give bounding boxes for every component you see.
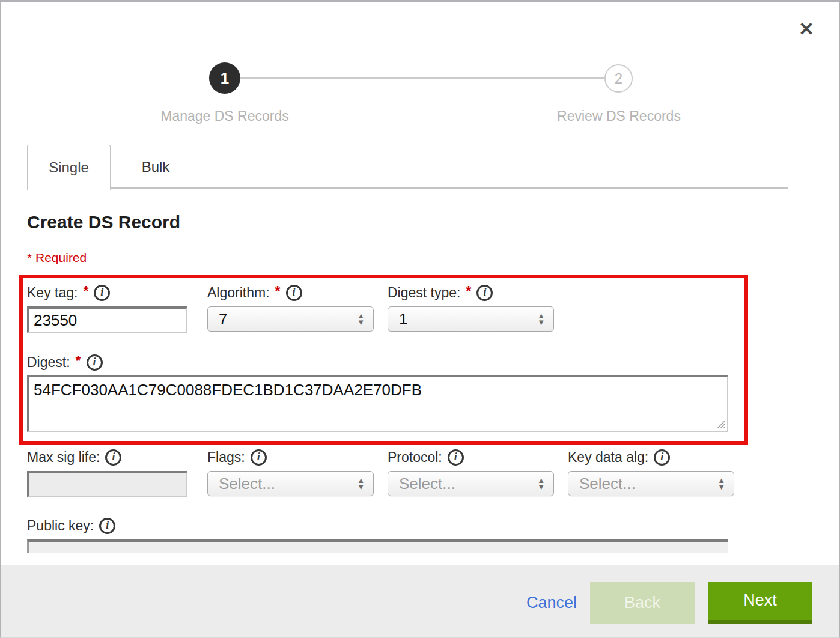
algorithm-label: Algorithm: * i [207, 283, 302, 302]
digest-type-label-text: Digest type: [388, 285, 460, 301]
key-tag-label-text: Key tag: [27, 285, 78, 301]
digest-label-text: Digest: [27, 354, 70, 371]
public-key-label-text: Public key: [27, 518, 94, 534]
algorithm-select[interactable]: 7 ▲▼ [207, 306, 374, 332]
select-stepper-icon: ▲▼ [357, 313, 365, 326]
select-stepper-icon: ▲▼ [537, 313, 545, 326]
tab-bar: Single Bulk [27, 145, 788, 189]
back-button[interactable]: Back [590, 582, 695, 624]
required-asterisk: * [466, 284, 471, 300]
digest-type-select[interactable]: 1 ▲▼ [388, 306, 554, 332]
info-icon[interactable]: i [105, 449, 121, 466]
protocol-label-text: Protocol: [388, 449, 442, 466]
tab-single[interactable]: Single [27, 145, 111, 190]
max-sig-life-input[interactable] [27, 471, 187, 497]
select-stepper-icon: ▲▼ [717, 478, 725, 490]
digest-textarea[interactable]: 54FCF030AA1C79C0088FDEC1BD1C37DAA2E70DFB [27, 375, 728, 432]
step-1-label: Manage DS Records [141, 108, 309, 124]
step-2-circle: 2 [604, 64, 633, 93]
public-key-label: Public key: i [27, 516, 115, 535]
page-title: Create DS Record [27, 212, 180, 232]
digest-type-label: Digest type: * i [388, 283, 493, 302]
required-asterisk: * [275, 284, 281, 300]
key-data-alg-select[interactable]: Select... ▲▼ [568, 471, 734, 496]
flags-label-text: Flags: [207, 449, 245, 466]
select-stepper-icon: ▲▼ [357, 478, 365, 490]
cancel-button[interactable]: Cancel [526, 594, 577, 612]
key-tag-input[interactable] [27, 306, 187, 333]
algorithm-select-value: 7 [219, 310, 357, 329]
create-ds-record-modal: ✕ 1 2 Manage DS Records Review DS Record… [0, 0, 840, 638]
protocol-label: Protocol: i [388, 448, 464, 467]
flags-select[interactable]: Select... ▲▼ [207, 471, 374, 496]
key-data-alg-select-value: Select... [579, 475, 717, 493]
info-icon[interactable]: i [448, 449, 464, 466]
digest-label: Digest: * i [27, 353, 103, 372]
info-icon[interactable]: i [476, 285, 493, 301]
tab-bulk[interactable]: Bulk [111, 145, 200, 189]
protocol-select-value: Select... [399, 475, 537, 493]
info-icon[interactable]: i [286, 285, 302, 301]
step-2-label: Review DS Records [535, 108, 703, 124]
info-icon[interactable]: i [251, 449, 267, 466]
key-data-alg-label: Key data alg: i [568, 448, 670, 467]
info-icon[interactable]: i [99, 518, 115, 534]
algorithm-label-text: Algorithm: [207, 285, 270, 301]
flags-select-value: Select... [219, 475, 357, 493]
stepper-connector [225, 77, 619, 79]
close-icon[interactable]: ✕ [793, 16, 820, 43]
required-asterisk: * [83, 284, 88, 300]
select-stepper-icon: ▲▼ [537, 478, 545, 490]
digest-type-select-value: 1 [399, 310, 537, 329]
flags-label: Flags: i [207, 448, 267, 467]
max-sig-life-label-text: Max sig life: [27, 449, 100, 466]
key-data-alg-label-text: Key data alg: [568, 449, 648, 466]
info-icon[interactable]: i [654, 449, 670, 466]
key-tag-label: Key tag: * i [27, 283, 110, 302]
modal-footer: Cancel Back Next [1, 565, 839, 638]
max-sig-life-label: Max sig life: i [27, 448, 121, 467]
public-key-textarea[interactable] [27, 539, 728, 553]
info-icon[interactable]: i [87, 354, 103, 371]
step-1-circle: 1 [209, 62, 240, 94]
next-button[interactable]: Next [708, 582, 812, 624]
required-note: * Required [27, 251, 87, 265]
required-asterisk: * [76, 353, 81, 369]
info-icon[interactable]: i [94, 285, 110, 301]
protocol-select[interactable]: Select... ▲▼ [388, 471, 554, 496]
digest-textarea-wrap: 54FCF030AA1C79C0088FDEC1BD1C37DAA2E70DFB [27, 375, 728, 432]
